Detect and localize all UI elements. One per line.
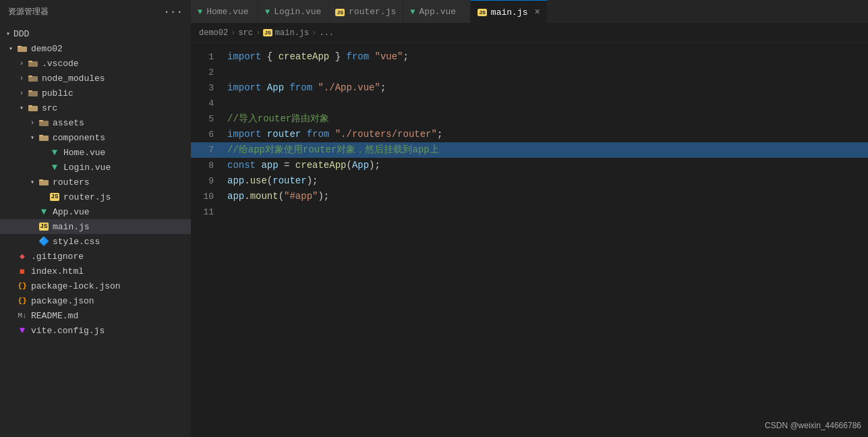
line-content bbox=[225, 96, 868, 111]
sidebar-item-pkg[interactable]: › {} package.json bbox=[0, 293, 191, 308]
sidebar-item-home-vue[interactable]: › ▼ Home.vue bbox=[0, 145, 191, 160]
tab-label: App.vue bbox=[419, 7, 456, 17]
sidebar-item-label: package-lock.json bbox=[31, 281, 121, 291]
tab-label: Login.vue bbox=[274, 7, 321, 17]
line-content: import { createApp } from "vue"; bbox=[225, 49, 868, 64]
line-number: 11 bbox=[191, 205, 225, 220]
sidebar-item-label: demo02 bbox=[31, 44, 63, 54]
vue-icon: ▼ bbox=[38, 206, 50, 218]
sidebar-item-demo02[interactable]: ▾ demo02 bbox=[0, 41, 191, 56]
code-line-5: 5 //导入router路由对象 bbox=[191, 111, 868, 127]
breadcrumb-part: ... bbox=[319, 28, 334, 38]
svg-rect-15 bbox=[39, 180, 49, 185]
line-number: 2 bbox=[191, 65, 225, 80]
breadcrumb-part: demo02 bbox=[199, 28, 228, 38]
code-line-11: 11 bbox=[191, 204, 868, 220]
sidebar-item-components[interactable]: ▾ components bbox=[0, 130, 191, 145]
sidebar-item-ddd[interactable]: ▾ DDD bbox=[0, 26, 191, 41]
tab-main-js[interactable]: JS main.js × bbox=[471, 0, 548, 24]
line-number: 10 bbox=[191, 190, 225, 204]
line-content: //导入router路由对象 bbox=[225, 111, 868, 126]
sidebar-item-assets[interactable]: › assets bbox=[0, 115, 191, 130]
sidebar-item-login-vue[interactable]: › ▼ Login.vue bbox=[0, 160, 191, 175]
html-icon: ◼ bbox=[16, 265, 28, 277]
sidebar-item-public[interactable]: › public bbox=[0, 86, 191, 100]
line-content: const app = createApp(App); bbox=[225, 158, 868, 173]
breadcrumb-part: src bbox=[238, 28, 253, 38]
line-content: //给app对象使用router对象，然后挂载到app上 bbox=[225, 142, 868, 157]
vue-icon: ▼ bbox=[265, 7, 270, 17]
sidebar-item-index-html[interactable]: › ◼ index.html bbox=[0, 264, 191, 279]
sidebar-item-router-js[interactable]: › JS router.js bbox=[0, 190, 191, 204]
folder-modules-icon bbox=[27, 72, 39, 84]
folder-router-icon bbox=[38, 176, 50, 188]
chevron-down-icon: ▾ bbox=[5, 45, 16, 53]
sidebar-item-readme[interactable]: › M↓ README.md bbox=[0, 308, 191, 323]
sidebar-item-label: package.json bbox=[31, 296, 94, 306]
line-number: 1 bbox=[191, 50, 225, 65]
sidebar-item-vscode[interactable]: › .vscode bbox=[0, 56, 191, 71]
line-number: 5 bbox=[191, 112, 225, 127]
sidebar-item-style-css[interactable]: › 🔷 style.css bbox=[0, 234, 191, 249]
svg-rect-5 bbox=[28, 76, 38, 82]
chevron-right-icon: › bbox=[16, 75, 27, 82]
sidebar-item-label: node_modules bbox=[42, 74, 105, 84]
folder-src-icon bbox=[27, 102, 39, 114]
tab-app-vue[interactable]: ▼ App.vue bbox=[403, 0, 471, 24]
tab-home-vue[interactable]: ▼ Home.vue bbox=[191, 0, 258, 24]
sidebar-item-label: vite.config.js bbox=[31, 326, 105, 336]
js-icon: JS bbox=[335, 7, 345, 17]
js-icon: JS bbox=[478, 7, 487, 17]
line-number: 9 bbox=[191, 174, 225, 189]
sidebar-item-routers[interactable]: ▾ routers bbox=[0, 175, 191, 190]
tab-label: router.js bbox=[349, 7, 396, 17]
svg-rect-3 bbox=[28, 61, 38, 67]
code-editor[interactable]: 1 import { createApp } from "vue"; 2 3 i… bbox=[191, 42, 868, 437]
sidebar-item-main-js[interactable]: › JS main.js bbox=[0, 219, 191, 234]
vue-icon: ▼ bbox=[49, 146, 61, 158]
close-icon[interactable]: × bbox=[534, 7, 540, 18]
tab-label: main.js bbox=[491, 7, 528, 18]
js-icon: JS bbox=[49, 191, 61, 203]
sidebar-item-vite-config[interactable]: › ▼ vite.config.js bbox=[0, 323, 191, 338]
sidebar-item-label: .vscode bbox=[42, 59, 79, 69]
chevron-down-icon: ▾ bbox=[3, 30, 13, 38]
vue-icon: ▼ bbox=[198, 7, 202, 17]
svg-rect-1 bbox=[18, 47, 27, 52]
tab-router-js[interactable]: JS router.js bbox=[328, 0, 403, 24]
sidebar-item-label: .gitignore bbox=[31, 252, 84, 262]
vue-icon: ▼ bbox=[410, 7, 415, 17]
sidebar-item-label: assets bbox=[53, 118, 84, 128]
folder-comp-icon bbox=[38, 132, 50, 144]
sidebar-item-label: router.js bbox=[63, 192, 111, 202]
sidebar-item-src[interactable]: ▾ src bbox=[0, 100, 191, 115]
code-line-6: 6 import router from "./routers/router"; bbox=[191, 127, 868, 142]
breadcrumb: demo02 › src › JS main.js › ... bbox=[191, 24, 868, 42]
sidebar-item-node-modules[interactable]: › node_modules bbox=[0, 71, 191, 86]
sidebar-item-pkg-lock[interactable]: › {} package-lock.json bbox=[0, 279, 191, 293]
tab-login-vue[interactable]: ▼ Login.vue bbox=[258, 0, 328, 24]
chevron-right-icon: › bbox=[27, 119, 38, 127]
sidebar-item-app-vue[interactable]: › ▼ App.vue bbox=[0, 204, 191, 219]
md-icon: M↓ bbox=[16, 310, 28, 322]
sidebar-item-gitignore[interactable]: › ◆ .gitignore bbox=[0, 249, 191, 264]
json-icon: {} bbox=[16, 280, 28, 292]
chevron-right-icon: › bbox=[16, 60, 27, 67]
breadcrumb-part: JS main.js bbox=[263, 28, 309, 38]
line-number: 4 bbox=[191, 96, 225, 111]
line-number: 3 bbox=[191, 81, 225, 96]
sidebar-item-label: README.md bbox=[31, 311, 78, 321]
sidebar-item-label: components bbox=[53, 133, 105, 143]
sidebar-more-icon[interactable]: ··· bbox=[163, 6, 183, 18]
sidebar-item-label: App.vue bbox=[53, 207, 90, 217]
line-content: app.mount("#app"); bbox=[225, 189, 868, 204]
code-line-7: 7 //给app对象使用router对象，然后挂载到app上 bbox=[191, 142, 868, 158]
tab-label: Home.vue bbox=[206, 7, 248, 17]
git-icon: ◆ bbox=[16, 250, 28, 262]
svg-rect-13 bbox=[39, 136, 49, 141]
sidebar-item-label: src bbox=[42, 103, 57, 113]
sidebar-item-label: Login.vue bbox=[63, 163, 111, 173]
folder-icon bbox=[27, 87, 39, 99]
code-line-1: 1 import { createApp } from "vue"; bbox=[191, 49, 868, 65]
code-line-9: 9 app.use(router); bbox=[191, 173, 868, 189]
